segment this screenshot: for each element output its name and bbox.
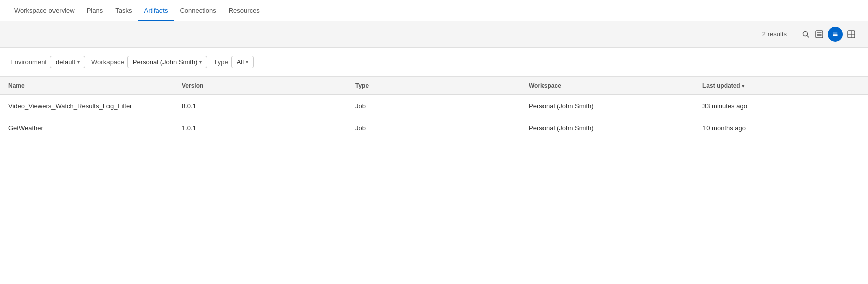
nav-item-artifacts[interactable]: Artifacts xyxy=(138,0,174,21)
cell-version: 8.0.1 xyxy=(174,95,347,117)
type-chevron-icon: ▾ xyxy=(246,59,248,65)
environment-value: default xyxy=(56,58,75,66)
nav-item-plans[interactable]: Plans xyxy=(81,0,110,21)
toolbar: 2 results xyxy=(0,21,868,48)
grid-view-icon xyxy=(847,30,855,38)
cell-type: Job xyxy=(347,95,521,117)
type-label: Type xyxy=(213,58,228,66)
search-icon xyxy=(802,30,810,38)
top-nav: Workspace overviewPlansTasksArtifactsCon… xyxy=(0,0,868,21)
results-count: 2 results xyxy=(762,30,787,38)
col-header-type: Type xyxy=(347,77,521,95)
table-row[interactable]: GetWeather 1.0.1 Job Personal (John Smit… xyxy=(0,117,868,139)
nav-item-resources[interactable]: Resources xyxy=(223,0,266,21)
filter-button[interactable] xyxy=(812,28,826,41)
svg-line-1 xyxy=(807,35,809,37)
table-body: Video_Viewers_Watch_Results_Log_Filter 8… xyxy=(0,95,868,139)
workspace-select[interactable]: Personal (John Smith) ▾ xyxy=(127,56,208,68)
cell-workspace: Personal (John Smith) xyxy=(521,117,694,139)
artifacts-table-container: Name Version Type Workspace Last updated… xyxy=(0,77,868,139)
cell-name: GetWeather xyxy=(0,117,174,139)
list-view-icon xyxy=(831,30,839,38)
table-header: Name Version Type Workspace Last updated… xyxy=(0,77,868,95)
workspace-label: Workspace xyxy=(91,58,124,66)
toolbar-divider xyxy=(795,29,795,39)
cell-type: Job xyxy=(347,117,521,139)
workspace-value: Personal (John Smith) xyxy=(133,58,198,66)
workspace-chevron-icon: ▾ xyxy=(199,59,202,65)
col-header-name: Name xyxy=(0,77,174,95)
environment-filter-group: Environment default ▾ xyxy=(10,56,85,68)
col-header-workspace: Workspace xyxy=(521,77,694,95)
workspace-filter-group: Workspace Personal (John Smith) ▾ xyxy=(91,56,207,68)
header-row: Name Version Type Workspace Last updated… xyxy=(0,77,868,95)
nav-item-workspace-overview[interactable]: Workspace overview xyxy=(8,0,81,21)
cell-last-updated: 10 months ago xyxy=(694,117,868,139)
col-header-last-updated[interactable]: Last updated ▾ xyxy=(694,77,868,95)
artifacts-table: Name Version Type Workspace Last updated… xyxy=(0,77,868,139)
cell-version: 1.0.1 xyxy=(174,117,347,139)
search-button[interactable] xyxy=(799,28,812,41)
grid-view-button[interactable] xyxy=(845,28,858,41)
environment-select[interactable]: default ▾ xyxy=(50,56,85,68)
table-row[interactable]: Video_Viewers_Watch_Results_Log_Filter 8… xyxy=(0,95,868,117)
nav-item-tasks[interactable]: Tasks xyxy=(109,0,138,21)
list-view-button[interactable] xyxy=(828,27,843,42)
col-header-version: Version xyxy=(174,77,347,95)
filters-bar: Environment default ▾ Workspace Personal… xyxy=(0,48,868,77)
cell-workspace: Personal (John Smith) xyxy=(521,95,694,117)
filter-icon xyxy=(815,30,823,38)
type-filter-group: Type All ▾ xyxy=(213,56,254,68)
type-select[interactable]: All ▾ xyxy=(231,56,254,68)
environment-label: Environment xyxy=(10,58,47,66)
nav-item-connections[interactable]: Connections xyxy=(174,0,222,21)
cell-name: Video_Viewers_Watch_Results_Log_Filter xyxy=(0,95,174,117)
type-value: All xyxy=(237,58,244,66)
sort-icon: ▾ xyxy=(742,83,744,89)
cell-last-updated: 33 minutes ago xyxy=(694,95,868,117)
environment-chevron-icon: ▾ xyxy=(77,59,80,65)
